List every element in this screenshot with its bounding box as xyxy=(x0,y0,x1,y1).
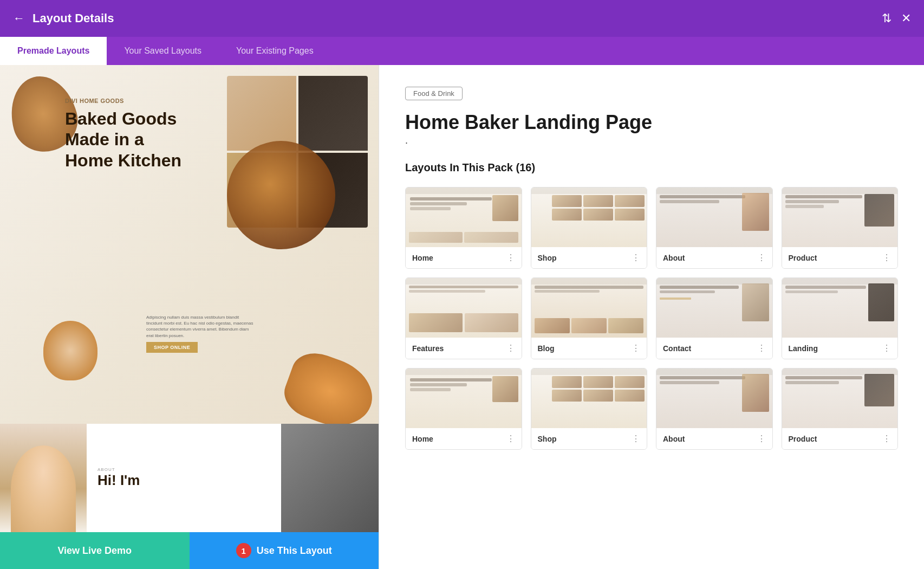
brand-text: DIVI HOME GOODS xyxy=(65,98,181,104)
layout-thumb-product xyxy=(782,187,898,247)
layout-footer-home2: Home ⋮ xyxy=(406,428,522,449)
layout-menu-shop[interactable]: ⋮ xyxy=(632,253,640,263)
text-block-main: DIVI HOME GOODS Baked Goods Made in a Ho… xyxy=(65,98,181,171)
tab-premade[interactable]: Premade Layouts xyxy=(0,37,107,65)
person-face xyxy=(11,445,76,532)
layout-menu-about[interactable]: ⋮ xyxy=(757,253,766,263)
about-heading: Hi! I'm xyxy=(97,472,270,489)
preview-content: DIVI HOME GOODS Baked Goods Made in a Ho… xyxy=(0,65,379,532)
layout-name-contact: Contact xyxy=(663,344,757,353)
layout-name-features: Features xyxy=(412,344,506,353)
main-content: DIVI HOME GOODS Baked Goods Made in a Ho… xyxy=(0,65,924,569)
layout-thumb-features xyxy=(406,278,522,338)
layout-card-home[interactable]: Home ⋮ xyxy=(405,187,522,269)
layout-name-product2: Product xyxy=(789,435,883,443)
layout-thumb-home xyxy=(406,187,522,247)
layout-name-blog: Blog xyxy=(538,344,632,353)
layout-footer-contact: Contact ⋮ xyxy=(656,338,772,359)
right-panel: Food & Drink Home Baker Landing Page · L… xyxy=(379,65,924,569)
muffin-image xyxy=(227,141,335,249)
view-live-demo-button[interactable]: View Live Demo xyxy=(0,532,190,569)
layout-thumb-about xyxy=(656,187,772,247)
collage-item-2 xyxy=(298,76,368,151)
main-heading: Baked Goods Made in a Home Kitchen xyxy=(65,108,181,171)
header: ← Layout Details ⇅ ✕ xyxy=(0,0,924,37)
layout-thumb-product2 xyxy=(782,368,898,428)
about-preview: ABOUT Hi! I'm xyxy=(0,424,379,532)
layout-thumb-contact xyxy=(656,278,772,338)
layout-footer-features: Features ⋮ xyxy=(406,338,522,359)
layout-footer-shop2: Shop ⋮ xyxy=(531,428,647,449)
layout-thumb-blog xyxy=(531,278,647,338)
layout-menu-blog[interactable]: ⋮ xyxy=(632,343,640,353)
layout-name-shop2: Shop xyxy=(538,435,632,443)
layout-grid-row3: Home ⋮ xyxy=(405,368,898,450)
collage-item-1 xyxy=(227,76,296,151)
layout-card-shop2[interactable]: Shop ⋮ xyxy=(531,368,648,450)
layout-footer-shop: Shop ⋮ xyxy=(531,247,647,268)
layout-menu-home2[interactable]: ⋮ xyxy=(506,434,515,444)
category-badge: Food & Drink xyxy=(405,87,463,100)
layout-menu-product2[interactable]: ⋮ xyxy=(882,434,891,444)
layout-menu-about2[interactable]: ⋮ xyxy=(757,434,766,444)
layout-menu-product[interactable]: ⋮ xyxy=(882,253,891,263)
left-panel: DIVI HOME GOODS Baked Goods Made in a Ho… xyxy=(0,65,379,569)
layouts-heading: Layouts In This Pack (16) xyxy=(405,161,898,174)
layout-card-contact[interactable]: Contact ⋮ xyxy=(656,277,773,359)
layout-name-about: About xyxy=(663,254,757,262)
about-text-area: ABOUT Hi! I'm xyxy=(87,424,281,532)
layout-footer-product: Product ⋮ xyxy=(782,247,898,268)
layout-badge: 1 xyxy=(236,543,251,558)
layout-name-home: Home xyxy=(412,254,506,262)
layout-grid: Home ⋮ xyxy=(405,187,898,359)
header-title: Layout Details xyxy=(32,11,882,25)
close-icon[interactable]: ✕ xyxy=(901,11,911,25)
layout-card-product2[interactable]: Product ⋮ xyxy=(782,368,899,450)
layout-card-product[interactable]: Product ⋮ xyxy=(782,187,899,269)
use-this-layout-button[interactable]: 1 Use This Layout xyxy=(190,532,379,569)
layout-name-home2: Home xyxy=(412,435,506,443)
layout-name-landing: Landing xyxy=(789,344,883,353)
layout-name-shop: Shop xyxy=(538,254,632,262)
layout-card-blog[interactable]: Blog ⋮ xyxy=(531,277,648,359)
use-layout-label: Use This Layout xyxy=(257,545,332,557)
layout-name-product: Product xyxy=(789,254,883,262)
about-label: ABOUT xyxy=(97,467,270,472)
layout-card-home2[interactable]: Home ⋮ xyxy=(405,368,522,450)
sort-icon[interactable]: ⇅ xyxy=(882,11,892,25)
layout-thumb-shop2 xyxy=(531,368,647,428)
back-button[interactable]: ← xyxy=(13,11,25,25)
layout-footer-about: About ⋮ xyxy=(656,247,772,268)
layout-card-landing[interactable]: Landing ⋮ xyxy=(782,277,899,359)
description-text: Adipiscing nullam duis massa vestibulum … xyxy=(146,314,255,339)
layout-menu-features[interactable]: ⋮ xyxy=(506,343,515,353)
layout-title: Home Baker Landing Page xyxy=(405,111,898,134)
tab-existing[interactable]: Your Existing Pages xyxy=(219,37,331,65)
layout-card-shop[interactable]: Shop ⋮ xyxy=(531,187,648,269)
food-decoration-cupcake xyxy=(43,321,97,380)
thumb-inner-home xyxy=(406,187,522,247)
text-block-mid: Adipiscing nullam duis massa vestibulum … xyxy=(146,314,255,353)
header-icons: ⇅ ✕ xyxy=(882,11,911,25)
layout-card-about2[interactable]: About ⋮ xyxy=(656,368,773,450)
layout-menu-home[interactable]: ⋮ xyxy=(506,253,515,263)
layout-footer-home: Home ⋮ xyxy=(406,247,522,268)
layout-footer-product2: Product ⋮ xyxy=(782,428,898,449)
shop-online-button: SHOP ONLINE xyxy=(146,342,198,353)
layout-thumb-home2 xyxy=(406,368,522,428)
layout-thumb-landing xyxy=(782,278,898,338)
layout-menu-contact[interactable]: ⋮ xyxy=(757,343,766,353)
layout-footer-about2: About ⋮ xyxy=(656,428,772,449)
layout-card-features[interactable]: Features ⋮ xyxy=(405,277,522,359)
layout-card-about[interactable]: About ⋮ xyxy=(656,187,773,269)
layout-menu-landing[interactable]: ⋮ xyxy=(882,343,891,353)
layout-footer-blog: Blog ⋮ xyxy=(531,338,647,359)
layout-footer-landing: Landing ⋮ xyxy=(782,338,898,359)
tab-saved[interactable]: Your Saved Layouts xyxy=(107,37,219,65)
layout-name-about2: About xyxy=(663,435,757,443)
preview-area: DIVI HOME GOODS Baked Goods Made in a Ho… xyxy=(0,65,379,532)
tabs-bar: Premade Layouts Your Saved Layouts Your … xyxy=(0,37,924,65)
layout-thumb-about2 xyxy=(656,368,772,428)
layout-menu-shop2[interactable]: ⋮ xyxy=(632,434,640,444)
about-photo xyxy=(0,424,87,532)
